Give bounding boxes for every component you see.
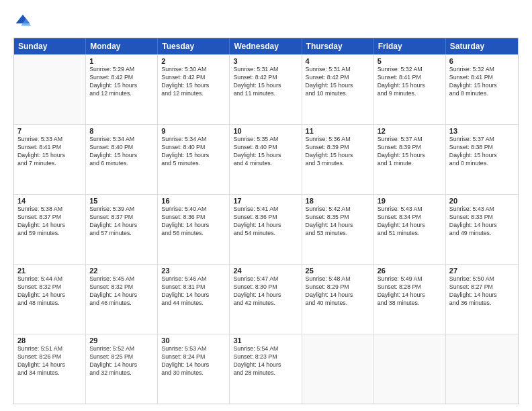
day-info: Sunrise: 5:32 AM Sunset: 8:41 PM Dayligh… xyxy=(449,66,515,98)
day-info: Sunrise: 5:37 AM Sunset: 8:38 PM Dayligh… xyxy=(449,136,515,168)
header-day-wednesday: Wednesday xyxy=(230,38,302,54)
day-cell-25: 25Sunrise: 5:48 AM Sunset: 8:29 PM Dayli… xyxy=(302,265,374,334)
day-number: 21 xyxy=(17,267,82,275)
day-cell-20: 20Sunrise: 5:43 AM Sunset: 8:33 PM Dayli… xyxy=(446,195,518,264)
day-cell-24: 24Sunrise: 5:47 AM Sunset: 8:30 PM Dayli… xyxy=(230,265,302,334)
day-info: Sunrise: 5:29 AM Sunset: 8:42 PM Dayligh… xyxy=(89,66,154,98)
day-number: 19 xyxy=(378,197,442,205)
day-info: Sunrise: 5:31 AM Sunset: 8:42 PM Dayligh… xyxy=(233,66,298,98)
day-cell-30: 30Sunrise: 5:53 AM Sunset: 8:24 PM Dayli… xyxy=(158,334,230,404)
day-info: Sunrise: 5:40 AM Sunset: 8:36 PM Dayligh… xyxy=(161,205,226,238)
day-info: Sunrise: 5:34 AM Sunset: 8:40 PM Dayligh… xyxy=(89,136,154,168)
day-cell-28: 28Sunrise: 5:51 AM Sunset: 8:26 PM Dayli… xyxy=(14,334,86,404)
calendar-row-3: 14Sunrise: 5:38 AM Sunset: 8:37 PM Dayli… xyxy=(14,194,518,264)
empty-cell xyxy=(302,334,374,404)
header-day-sunday: Sunday xyxy=(14,38,86,54)
day-number: 30 xyxy=(161,336,226,345)
day-number: 17 xyxy=(233,197,298,205)
day-cell-31: 31Sunrise: 5:54 AM Sunset: 8:23 PM Dayli… xyxy=(230,334,302,404)
day-info: Sunrise: 5:51 AM Sunset: 8:26 PM Dayligh… xyxy=(17,345,82,377)
day-number: 10 xyxy=(233,127,298,135)
calendar-body: 1Sunrise: 5:29 AM Sunset: 8:42 PM Daylig… xyxy=(14,54,518,404)
day-cell-27: 27Sunrise: 5:50 AM Sunset: 8:27 PM Dayli… xyxy=(446,265,518,334)
day-info: Sunrise: 5:54 AM Sunset: 8:23 PM Dayligh… xyxy=(233,345,298,377)
day-number: 24 xyxy=(233,267,298,275)
empty-cell xyxy=(446,334,518,404)
day-number: 20 xyxy=(449,197,515,205)
header xyxy=(13,12,519,31)
day-cell-9: 9Sunrise: 5:34 AM Sunset: 8:40 PM Daylig… xyxy=(158,125,230,194)
day-info: Sunrise: 5:36 AM Sunset: 8:39 PM Dayligh… xyxy=(306,136,370,168)
day-info: Sunrise: 5:41 AM Sunset: 8:36 PM Dayligh… xyxy=(233,205,298,238)
day-info: Sunrise: 5:48 AM Sunset: 8:29 PM Dayligh… xyxy=(306,275,370,308)
day-info: Sunrise: 5:38 AM Sunset: 8:37 PM Dayligh… xyxy=(17,205,82,238)
day-number: 9 xyxy=(161,127,226,135)
day-number: 18 xyxy=(306,197,370,205)
empty-cell xyxy=(14,55,86,124)
day-number: 27 xyxy=(449,267,515,275)
header-day-thursday: Thursday xyxy=(302,38,374,54)
day-cell-17: 17Sunrise: 5:41 AM Sunset: 8:36 PM Dayli… xyxy=(230,195,302,264)
calendar-row-4: 21Sunrise: 5:44 AM Sunset: 8:32 PM Dayli… xyxy=(14,264,518,334)
day-cell-4: 4Sunrise: 5:31 AM Sunset: 8:42 PM Daylig… xyxy=(302,55,374,124)
header-day-friday: Friday xyxy=(374,38,446,54)
day-info: Sunrise: 5:47 AM Sunset: 8:30 PM Dayligh… xyxy=(233,275,298,308)
calendar-row-1: 1Sunrise: 5:29 AM Sunset: 8:42 PM Daylig… xyxy=(14,54,518,124)
header-day-monday: Monday xyxy=(86,38,158,54)
calendar-header: SundayMondayTuesdayWednesdayThursdayFrid… xyxy=(14,38,518,54)
day-number: 2 xyxy=(161,57,226,65)
day-number: 22 xyxy=(89,267,154,275)
day-info: Sunrise: 5:45 AM Sunset: 8:32 PM Dayligh… xyxy=(89,275,154,308)
day-number: 25 xyxy=(306,267,370,275)
calendar: SundayMondayTuesdayWednesdayThursdayFrid… xyxy=(13,38,519,404)
day-cell-16: 16Sunrise: 5:40 AM Sunset: 8:36 PM Dayli… xyxy=(158,195,230,264)
day-cell-6: 6Sunrise: 5:32 AM Sunset: 8:41 PM Daylig… xyxy=(446,55,518,124)
page: SundayMondayTuesdayWednesdayThursdayFrid… xyxy=(0,0,532,411)
day-number: 3 xyxy=(233,57,298,65)
day-cell-12: 12Sunrise: 5:37 AM Sunset: 8:39 PM Dayli… xyxy=(374,125,446,194)
day-info: Sunrise: 5:50 AM Sunset: 8:27 PM Dayligh… xyxy=(449,275,515,308)
day-cell-7: 7Sunrise: 5:33 AM Sunset: 8:41 PM Daylig… xyxy=(14,125,86,194)
day-info: Sunrise: 5:34 AM Sunset: 8:40 PM Dayligh… xyxy=(161,136,226,168)
day-number: 7 xyxy=(17,127,82,135)
header-day-saturday: Saturday xyxy=(446,38,518,54)
day-cell-15: 15Sunrise: 5:39 AM Sunset: 8:37 PM Dayli… xyxy=(86,195,158,264)
day-number: 13 xyxy=(449,127,515,135)
day-number: 8 xyxy=(89,127,154,135)
day-number: 12 xyxy=(378,127,442,135)
day-cell-26: 26Sunrise: 5:49 AM Sunset: 8:28 PM Dayli… xyxy=(374,265,446,334)
day-info: Sunrise: 5:43 AM Sunset: 8:34 PM Dayligh… xyxy=(378,205,442,238)
day-cell-10: 10Sunrise: 5:35 AM Sunset: 8:40 PM Dayli… xyxy=(230,125,302,194)
day-cell-3: 3Sunrise: 5:31 AM Sunset: 8:42 PM Daylig… xyxy=(230,55,302,124)
day-info: Sunrise: 5:43 AM Sunset: 8:33 PM Dayligh… xyxy=(449,205,515,238)
day-info: Sunrise: 5:42 AM Sunset: 8:35 PM Dayligh… xyxy=(306,205,370,238)
day-cell-22: 22Sunrise: 5:45 AM Sunset: 8:32 PM Dayli… xyxy=(86,265,158,334)
header-day-tuesday: Tuesday xyxy=(158,38,230,54)
day-number: 28 xyxy=(17,336,82,345)
day-number: 23 xyxy=(161,267,226,275)
day-cell-8: 8Sunrise: 5:34 AM Sunset: 8:40 PM Daylig… xyxy=(86,125,158,194)
day-info: Sunrise: 5:44 AM Sunset: 8:32 PM Dayligh… xyxy=(17,275,82,308)
day-cell-29: 29Sunrise: 5:52 AM Sunset: 8:25 PM Dayli… xyxy=(86,334,158,404)
day-info: Sunrise: 5:53 AM Sunset: 8:24 PM Dayligh… xyxy=(161,345,226,377)
day-number: 1 xyxy=(89,57,154,65)
day-number: 4 xyxy=(306,57,370,65)
day-cell-14: 14Sunrise: 5:38 AM Sunset: 8:37 PM Dayli… xyxy=(14,195,86,264)
day-number: 6 xyxy=(449,57,515,65)
day-info: Sunrise: 5:39 AM Sunset: 8:37 PM Dayligh… xyxy=(89,205,154,238)
day-cell-21: 21Sunrise: 5:44 AM Sunset: 8:32 PM Dayli… xyxy=(14,265,86,334)
day-cell-23: 23Sunrise: 5:46 AM Sunset: 8:31 PM Dayli… xyxy=(158,265,230,334)
day-info: Sunrise: 5:30 AM Sunset: 8:42 PM Dayligh… xyxy=(161,66,226,98)
empty-cell xyxy=(374,334,446,404)
day-cell-18: 18Sunrise: 5:42 AM Sunset: 8:35 PM Dayli… xyxy=(302,195,374,264)
calendar-row-5: 28Sunrise: 5:51 AM Sunset: 8:26 PM Dayli… xyxy=(14,334,518,404)
day-cell-11: 11Sunrise: 5:36 AM Sunset: 8:39 PM Dayli… xyxy=(302,125,374,194)
day-info: Sunrise: 5:35 AM Sunset: 8:40 PM Dayligh… xyxy=(233,136,298,168)
logo xyxy=(13,12,35,31)
day-number: 31 xyxy=(233,336,298,345)
day-number: 14 xyxy=(17,197,82,205)
day-cell-13: 13Sunrise: 5:37 AM Sunset: 8:38 PM Dayli… xyxy=(446,125,518,194)
day-number: 11 xyxy=(306,127,370,135)
calendar-row-2: 7Sunrise: 5:33 AM Sunset: 8:41 PM Daylig… xyxy=(14,124,518,194)
day-info: Sunrise: 5:52 AM Sunset: 8:25 PM Dayligh… xyxy=(89,345,154,377)
